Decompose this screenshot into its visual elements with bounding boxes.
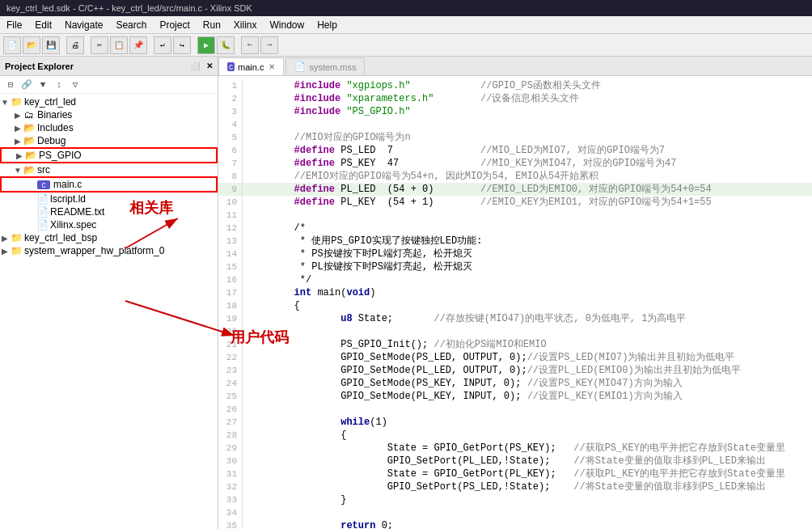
menu-search[interactable]: Search xyxy=(109,18,153,32)
menu-run[interactable]: Run xyxy=(197,18,227,32)
pe-filter[interactable]: ▼ xyxy=(36,78,50,92)
code-line: 11 xyxy=(218,209,812,222)
toolbar-redo[interactable]: ↪ xyxy=(173,36,191,54)
menu-file[interactable]: File xyxy=(0,18,28,32)
toolbar-undo[interactable]: ↩ xyxy=(154,36,171,54)
line-content: #include "xgpiops.h" //GPIO_PS函数相关头文件 xyxy=(247,79,812,92)
tree-label-src: src xyxy=(37,164,50,176)
menu-navigate[interactable]: Navigate xyxy=(58,18,109,32)
line-content: * PS按键按下时PL端灯亮起, 松开熄灭 xyxy=(247,248,812,260)
toolbar-open[interactable]: 📂 xyxy=(23,36,40,54)
toolbar-build[interactable]: ▶ xyxy=(197,36,215,54)
xilinx-spec-icon: 📄 xyxy=(36,219,49,231)
pe-menu[interactable]: ▽ xyxy=(68,78,82,92)
toolbar-debug[interactable]: 🐛 xyxy=(217,36,235,54)
pe-toolbar: ⊟ 🔗 ▼ ↕ ▽ xyxy=(0,76,218,94)
toolbar-back[interactable]: ← xyxy=(241,36,259,54)
line-content: GPIO_SetMode(PL_KEY, INPUT, 0); //设置PL_K… xyxy=(247,390,812,403)
tree-item-readme[interactable]: 📄 README.txt xyxy=(0,205,218,218)
tab-system-mss-icon: 📄 xyxy=(294,61,306,72)
tree-item-binaries[interactable]: ▶ 🗂 Binaries xyxy=(0,108,218,121)
code-line: 25 GPIO_SetMode(PL_KEY, INPUT, 0); //设置P… xyxy=(218,390,812,403)
line-content: #include "xparameters.h" //设备信息相关头文件 xyxy=(247,92,812,105)
menu-edit[interactable]: Edit xyxy=(28,18,58,32)
line-content: GPIO_SetPort(PS_LED,!State); //将State变量的… xyxy=(247,480,812,493)
line-number: 16 xyxy=(218,273,243,286)
tree-label-ps-gpio: PS_GPIO xyxy=(39,150,82,161)
line-content: GPIO_SetPort(PL_LED,!State); //将State变量的… xyxy=(247,455,812,468)
readme-icon: 📄 xyxy=(36,206,49,218)
code-line: 34 xyxy=(218,506,812,519)
line-number: 22 xyxy=(218,351,243,364)
toolbar-print[interactable]: 🖨 xyxy=(66,36,84,54)
tree-label-key-ctrl-led: key_ctrl_led xyxy=(24,96,76,108)
line-number: 7 xyxy=(218,157,243,170)
pe-title: Project Explorer xyxy=(5,61,187,71)
line-number: 9 xyxy=(218,183,243,196)
code-line: 12 /* xyxy=(218,222,812,235)
line-content: { xyxy=(247,429,812,442)
line-number: 18 xyxy=(218,299,243,312)
line-content: #define PS_KEY 47 //MIO_KEY为MIO47, 对应的GP… xyxy=(247,157,812,170)
code-line: 30 GPIO_SetPort(PL_LED,!State); //将State… xyxy=(218,455,812,468)
tree-item-debug[interactable]: ▶ 📂 Debug xyxy=(0,134,218,147)
code-line: 22 GPIO_SetMode(PS_LED, OUTPUT, 0);//设置P… xyxy=(218,351,812,364)
code-line: 7 #define PS_KEY 47 //MIO_KEY为MIO47, 对应的… xyxy=(218,157,812,170)
toolbar-copy[interactable]: 📋 xyxy=(110,36,128,54)
pe-header: Project Explorer ⬜ ✕ xyxy=(0,57,218,76)
line-content: int main(void) xyxy=(247,286,812,299)
line-content xyxy=(247,506,812,519)
code-line: 32 GPIO_SetPort(PS_LED,!State); //将State… xyxy=(218,480,812,493)
tree-item-includes[interactable]: ▶ 📂 Includes xyxy=(0,121,218,134)
line-number: 13 xyxy=(218,235,243,248)
code-line: 26 xyxy=(218,403,812,416)
menu-project[interactable]: Project xyxy=(153,18,196,32)
tree-item-xilinx-spec[interactable]: 📄 Xilinx.spec xyxy=(0,218,218,231)
line-content: */ xyxy=(247,273,812,286)
tree-item-hw-platform[interactable]: ▶ 📁 system_wrapper_hw_platform_0 xyxy=(0,244,218,257)
line-number: 6 xyxy=(218,144,243,157)
code-view[interactable]: 1 #include "xgpiops.h" //GPIO_PS函数相关头文件2… xyxy=(218,76,812,529)
pe-collapse-all[interactable]: ⊟ xyxy=(3,78,18,92)
code-line: 9 #define PL_LED (54 + 0) //EMIO_LED为EMI… xyxy=(218,183,812,196)
line-content: PS_GPIO_Init(); //初始化PS端MIO和EMIO xyxy=(247,338,812,351)
toolbar-paste[interactable]: 📌 xyxy=(129,36,147,54)
code-line: 24 GPIO_SetMode(PS_KEY, INPUT, 0); //设置P… xyxy=(218,377,812,390)
toolbar-save[interactable]: 💾 xyxy=(42,36,60,54)
code-line: 29 State = GPIO_GetPort(PS_KEY); //获取PS_… xyxy=(218,442,812,455)
pe-link-editor[interactable]: 🔗 xyxy=(19,78,34,92)
pe-minimize-btn[interactable]: ⬜ xyxy=(190,61,200,70)
line-content: State = GPIO_GetPort(PS_KEY); //获取PS_KEY… xyxy=(247,442,812,455)
tree-item-main-c[interactable]: c main.c xyxy=(0,176,218,193)
pe-sync[interactable]: ↕ xyxy=(52,78,66,92)
line-number: 33 xyxy=(218,493,243,506)
tree-item-bsp[interactable]: ▶ 📁 key_ctrl_led_bsp xyxy=(0,231,218,244)
menu-window[interactable]: Window xyxy=(264,18,311,32)
line-content xyxy=(247,325,812,338)
tab-main-c[interactable]: c main.c ✕ xyxy=(218,57,284,75)
tree-arrow-bsp: ▶ xyxy=(0,234,10,243)
line-number: 35 xyxy=(218,519,243,529)
line-number: 21 xyxy=(218,338,243,351)
toolbar-new[interactable]: 📄 xyxy=(3,36,21,54)
toolbar-forward[interactable]: → xyxy=(260,36,278,54)
line-number: 2 xyxy=(218,92,243,105)
menu-xilinx[interactable]: Xilinx xyxy=(227,18,264,32)
tree-label-debug: Debug xyxy=(37,135,66,146)
tab-main-c-close[interactable]: ✕ xyxy=(269,62,275,71)
line-content: GPIO_SetMode(PL_LED, OUTPUT, 0);//设置PL_L… xyxy=(247,364,812,377)
code-line: 27 while(1) xyxy=(218,416,812,429)
line-number: 5 xyxy=(218,131,243,144)
pe-close-btn[interactable]: ✕ xyxy=(206,61,213,70)
tree-item-key-ctrl-led[interactable]: ▼ 📁 key_ctrl_led xyxy=(0,95,218,108)
tree-arrow-src: ▼ xyxy=(13,166,23,175)
tree-item-src[interactable]: ▼ 📂 src xyxy=(0,163,218,176)
line-number: 14 xyxy=(218,248,243,260)
tab-system-mss[interactable]: 📄 system.mss xyxy=(285,57,365,75)
tree-item-lscript[interactable]: 📄 lscript.ld xyxy=(0,193,218,205)
line-number: 10 xyxy=(218,196,243,209)
tree-item-ps-gpio[interactable]: ▶ 📂 PS_GPIO xyxy=(0,147,218,163)
menu-help[interactable]: Help xyxy=(311,18,344,32)
line-number: 34 xyxy=(218,506,243,519)
toolbar-cut[interactable]: ✂ xyxy=(91,36,108,54)
